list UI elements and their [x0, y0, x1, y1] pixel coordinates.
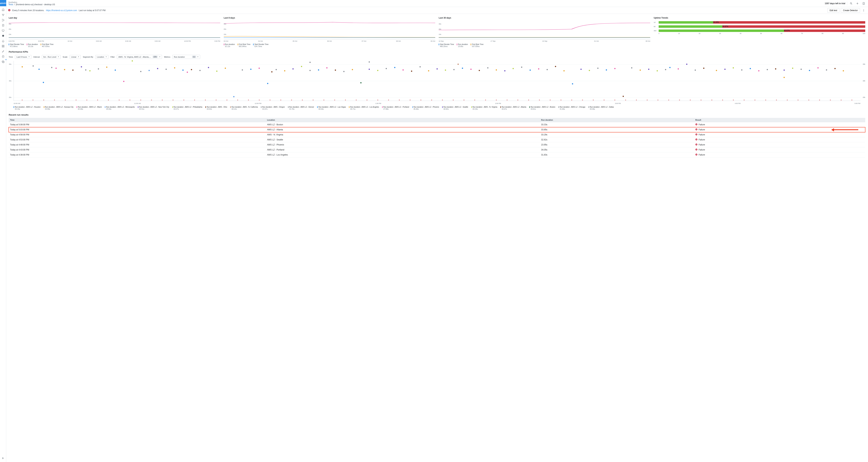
- infra-icon[interactable]: [0, 18, 6, 23]
- svg-rect-14: [2, 47, 3, 47]
- mini-chart[interactable]: Last day 30s20s10s 6:00 PM9:00 PM10 Oct3…: [9, 17, 220, 48]
- svg-point-8: [2, 35, 4, 37]
- svg-rect-12: [2, 45, 3, 46]
- segment-select[interactable]: Location▼: [95, 55, 108, 59]
- table-row[interactable]: Today at 5:03:00 PMAWS LZ - Atlanta33.85…: [9, 127, 865, 132]
- svg-point-17: [3, 61, 3, 62]
- svg-point-22: [864, 11, 864, 11]
- failure-icon: [695, 128, 698, 131]
- svg-point-4: [2, 21, 3, 21]
- svg-point-3: [2, 19, 3, 20]
- failure-icon: [695, 153, 698, 156]
- table-row[interactable]: Today at 4:53:00 PMAWS LZ - Seattle32.82…: [9, 137, 865, 142]
- mini-chart[interactable]: Last 8 days 30s20s10s 03 Oct04 Oct05 Oct…: [224, 17, 435, 48]
- svg-point-21: [864, 10, 864, 10]
- results-table: TimeLocationRun durationResult Today at …: [9, 118, 865, 157]
- last-run-text: Last run today at 5:07:07 PM: [79, 9, 105, 12]
- table-row[interactable]: Today at 5:08:00 PMAWS LZ - Boston33.33s…: [9, 122, 865, 127]
- column-header[interactable]: Run duration: [540, 118, 694, 122]
- table-row[interactable]: Today at 4:48:00 PMAWS LZ - Phoenix23.95…: [9, 142, 865, 147]
- svg-point-1: [3, 14, 4, 14]
- settings-icon[interactable]: [0, 59, 6, 64]
- kpi-xaxis: 10:00 AM11:00 AM12:00 PM1:00 PM2:00 PM3:…: [13, 102, 860, 104]
- failure-icon: [695, 133, 698, 136]
- kpi-label-metrics: Metrics: [164, 56, 170, 58]
- failure-icon: [695, 138, 698, 141]
- actionbar: Every 5 minutes from 20 locations. https…: [6, 7, 868, 14]
- sidebar: splunk>: [0, 0, 6, 462]
- mini-charts-row: Last day 30s20s10s 6:00 PM9:00 PM10 Oct3…: [9, 17, 865, 48]
- kpi-label-filter: Filter: [111, 56, 115, 58]
- table-row[interactable]: Today at 4:38:00 PMAWS LZ - Los Angeles3…: [9, 152, 865, 157]
- edit-test-button[interactable]: Edit test: [827, 8, 839, 13]
- uptime-trends[interactable]: Uptime Trends1d26.39%8d30.87%30d60.67%01…: [654, 17, 865, 48]
- svg-point-0: [2, 14, 3, 14]
- status-fail-icon: [8, 9, 10, 12]
- svg-point-16: [2, 56, 4, 56]
- kpi-label-segment: Segment By: [83, 56, 93, 58]
- kpi-label-interval: Interval: [33, 56, 40, 58]
- data-icon[interactable]: [0, 54, 6, 59]
- kpi-label-time: Time: [9, 56, 13, 58]
- chevron-down-icon: ▼: [78, 56, 79, 58]
- synthetics-icon[interactable]: [0, 33, 6, 38]
- bookmark-icon[interactable]: [861, 1, 866, 6]
- breadcrumb-root: Synthetics: [8, 1, 55, 3]
- results-title: Recent run results: [9, 114, 865, 116]
- chevron-down-icon: ▼: [28, 56, 30, 58]
- kpi-filter-bar: Time Last 8 hours▼ Interval 5m - Run Lev…: [9, 55, 865, 59]
- failure-icon: [695, 123, 698, 126]
- schedule-text: Every 5 minutes from 20 locations.: [12, 9, 44, 12]
- brand-logo[interactable]: splunk>: [0, 0, 6, 6]
- search-icon[interactable]: [849, 1, 854, 6]
- svg-point-2: [3, 16, 3, 16]
- svg-rect-7: [2, 30, 4, 31]
- svg-point-5: [4, 20, 4, 21]
- column-header[interactable]: Location: [266, 118, 540, 122]
- breadcrumb-current: [frontend-demo-us] checkout - desktop US: [16, 3, 55, 6]
- breadcrumb: Tests / [frontend-demo-us] checkout - de…: [8, 3, 55, 6]
- metrics-select[interactable]: Run duration(1)▼: [173, 55, 200, 59]
- svg-rect-15: [3, 47, 4, 47]
- more-actions-icon[interactable]: [861, 8, 866, 13]
- failure-icon: [695, 143, 698, 146]
- add-icon[interactable]: [855, 1, 860, 6]
- filter-select[interactable]: AWS - N. Virginia, AWS LZ - Atlanta,…(20…: [117, 55, 162, 59]
- annotation-arrow: [831, 128, 858, 131]
- kpi-label-scale: Scale: [63, 56, 67, 58]
- expand-sidebar-icon[interactable]: [0, 455, 6, 461]
- alerts-icon[interactable]: [0, 38, 6, 43]
- svg-point-20: [864, 9, 864, 10]
- table-row[interactable]: Today at 4:58:00 PMAWS - N. Virginia33.2…: [9, 132, 865, 137]
- interval-select[interactable]: 5m - Run Level▼: [42, 55, 61, 59]
- column-header[interactable]: Time: [9, 118, 266, 122]
- failure-icon: [695, 148, 698, 151]
- recent-results-section: Recent run results TimeLocationRun durat…: [9, 114, 865, 157]
- svg-point-18: [850, 2, 852, 4]
- trial-label: 1357 days left in trial: [825, 2, 845, 5]
- kpi-title: Performance KPIs: [9, 51, 865, 53]
- chevron-down-icon: ▼: [159, 56, 160, 58]
- column-header[interactable]: Result: [694, 118, 865, 122]
- edit-icon[interactable]: [0, 49, 6, 54]
- mini-chart[interactable]: Last 30 days 30s20s10s 10 Sep17 Sep24 Se…: [439, 17, 650, 48]
- rum-icon[interactable]: [0, 28, 6, 33]
- test-url[interactable]: https://frontend-us.o11ystore.com: [46, 9, 77, 12]
- chevron-down-icon: ▼: [105, 56, 107, 58]
- performance-kpis-section: Performance KPIs Time Last 8 hours▼ Inte…: [9, 51, 865, 110]
- kpi-legend: Run duration - AWS LZ - Houston33.15sRun…: [13, 106, 865, 110]
- kpi-scatter-chart[interactable]: 35s35k30s30k25s25k××××××××××××××××××××××…: [13, 61, 860, 101]
- topbar: Synthetics Tests / [frontend-demo-us] ch…: [6, 0, 868, 7]
- chevron-down-icon: ▼: [197, 56, 198, 58]
- logs-icon[interactable]: [0, 23, 6, 28]
- apm-icon[interactable]: [0, 12, 6, 18]
- table-row[interactable]: Today at 4:43:00 PMAWS LZ - Portland34.0…: [9, 147, 865, 152]
- breadcrumb-tests-link[interactable]: Tests: [8, 3, 13, 6]
- scale-select[interactable]: Linear▼: [70, 55, 81, 59]
- dashboards-icon[interactable]: [0, 44, 6, 49]
- chevron-down-icon: ▼: [58, 56, 59, 58]
- create-detector-button[interactable]: Create Detector: [841, 8, 860, 13]
- time-select[interactable]: Last 8 hours▼: [15, 55, 31, 59]
- home-icon[interactable]: [0, 7, 6, 12]
- svg-point-10: [3, 35, 4, 36]
